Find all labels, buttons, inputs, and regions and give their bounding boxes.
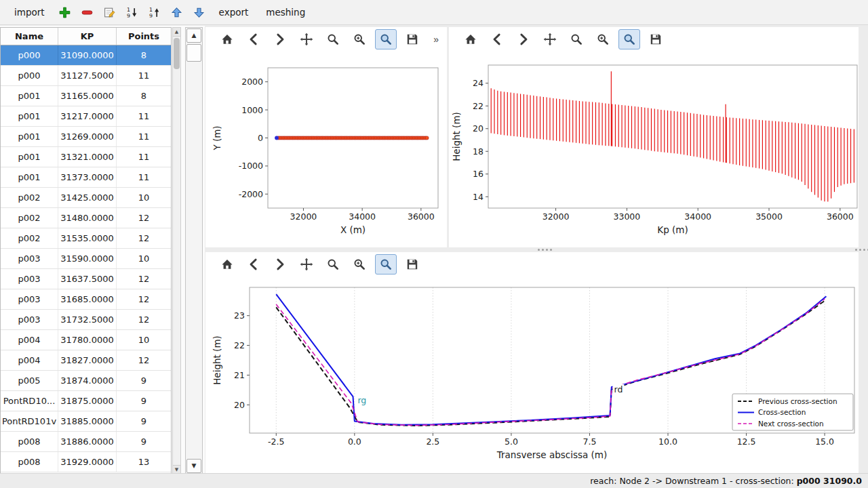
table-row[interactable]: p00531874.00009 [1,371,171,391]
splitter-handle-icon[interactable] [538,249,552,251]
add-icon [58,6,71,19]
back-button[interactable] [243,254,264,274]
svg-text:22: 22 [473,101,484,111]
table-row[interactable]: p00031090.00008 [1,45,171,66]
move-up-button[interactable] [167,3,186,22]
cell-points: 12 [117,350,171,370]
home-button[interactable] [216,254,238,274]
table-row[interactable]: p00431827.000012 [1,350,171,371]
cross-section-chart[interactable]: -2.50.02.55.07.510.012.515.020212223Tran… [205,277,859,473]
customize-button[interactable] [375,254,397,274]
customize-icon [379,33,393,46]
back-button[interactable] [486,29,508,49]
save-icon [649,33,663,46]
panel-scrollbar[interactable]: ▲ ▼ [185,27,203,474]
pan-button[interactable] [539,29,561,49]
panel-scrollbar-thumb[interactable] [186,44,201,62]
splitter-handle-icon[interactable] [855,249,868,251]
move-up-icon [170,6,183,19]
add-section-button[interactable] [55,3,75,22]
table-row[interactable]: p00431780.000010 [1,330,171,350]
table-row[interactable]: p00231480.000012 [1,208,171,228]
column-header-kp[interactable]: KP [58,28,117,45]
column-header-points[interactable]: Points [117,28,171,45]
forward-button[interactable] [269,29,291,49]
save-button[interactable] [401,254,423,274]
scrollbar-thumb[interactable] [174,38,180,69]
svg-text:-2000: -2000 [239,189,263,199]
profile-chart[interactable]: 3200033000340003500036000141618202224Kp … [449,52,859,249]
table-row[interactable]: PontRD101v31885.00009 [1,411,171,432]
meshing-button[interactable]: meshing [258,3,313,21]
svg-text:34000: 34000 [349,211,376,222]
back-button[interactable] [243,29,264,49]
cell-kp: 31874.0000 [58,371,117,390]
subplots-button[interactable] [349,29,370,49]
save-button[interactable] [401,29,423,49]
table-row[interactable]: p00331590.000010 [1,249,171,269]
table-row[interactable]: p00331685.000012 [1,289,171,310]
subplots-button[interactable] [349,254,370,274]
export-button[interactable]: export [212,3,256,21]
table-row[interactable]: p00331637.500012 [1,269,171,289]
svg-text:34000: 34000 [684,211,711,222]
table-scrollbar[interactable]: ▲ ▼ [172,27,181,474]
scroll-up-icon[interactable]: ▲ [173,28,180,37]
cell-kp: 31217.0000 [58,106,117,126]
cell-name: p008 [1,452,58,472]
zoom-button[interactable] [322,254,344,274]
svg-text:9: 9 [127,12,130,18]
sort-ascending-button[interactable]: 19 [122,3,142,22]
move-down-button[interactable] [189,3,209,22]
svg-text:33000: 33000 [614,211,641,222]
profile-figure: 3200033000340003500036000141618202224Kp … [449,27,859,249]
customize-button[interactable] [618,29,640,49]
panel-scroll-up-button[interactable]: ▲ [186,28,201,43]
table-row[interactable]: p00231535.000012 [1,228,171,249]
table-row[interactable]: p00131269.000011 [1,127,171,147]
cell-name: p003 [1,269,58,289]
table-row[interactable]: p00831929.000013 [1,452,171,472]
table-row[interactable]: p00831886.00009 [1,432,171,452]
customize-button[interactable] [375,29,397,49]
sort-descending-button[interactable]: 19 [144,3,164,22]
svg-text:2000: 2000 [241,77,263,87]
table-row[interactable]: p00131321.000011 [1,147,171,167]
cross-sections-table: Name KP Points p00031090.00008p00031127.… [0,27,172,474]
subplots-button[interactable] [592,29,614,49]
cell-points: 8 [117,86,171,106]
pan-button[interactable] [296,29,317,49]
save-button[interactable] [645,29,667,49]
panel-scroll-down-button[interactable]: ▼ [186,459,201,473]
table-row[interactable]: p00131165.00008 [1,86,171,106]
toolbar-overflow-button[interactable]: » [431,33,441,46]
cell-name: p002 [1,208,58,228]
horizontal-splitter[interactable] [205,247,868,252]
table-row[interactable]: PontRD10...31875.00009 [1,391,171,411]
home-button[interactable] [460,29,481,49]
cell-kp: 31827.0000 [58,350,117,370]
forward-button[interactable] [269,254,291,274]
table-row[interactable]: p00131373.000011 [1,167,171,188]
pan-button[interactable] [296,254,317,274]
table-row[interactable]: p00131217.000011 [1,106,171,127]
table-row[interactable]: p00031127.500011 [1,66,171,86]
import-button[interactable]: import [7,3,52,21]
zoom-button[interactable] [566,29,587,49]
zoom-button[interactable] [322,29,344,49]
forward-button[interactable] [513,29,534,49]
plan-view-chart[interactable]: 320003400036000-2000-1000010002000X (m)Y… [205,52,447,249]
home-button[interactable] [216,29,238,49]
column-header-name[interactable]: Name [1,28,58,45]
svg-text:22: 22 [234,340,245,350]
status-bar: reach: Node 2 -> Downstream 1 - cross-se… [0,473,868,488]
edit-section-button[interactable] [100,3,119,22]
table-body: p00031090.00008p00031127.500011p00131165… [1,45,171,472]
cell-kp: 31780.0000 [58,330,117,350]
svg-text:Height (m): Height (m) [451,112,462,161]
table-row[interactable]: p00331732.500012 [1,310,171,330]
remove-section-button[interactable] [77,3,97,22]
save-icon [406,33,419,46]
table-row[interactable]: p00231425.000010 [1,188,171,208]
status-text: reach: Node 2 -> Downstream 1 - cross-se… [590,476,862,486]
